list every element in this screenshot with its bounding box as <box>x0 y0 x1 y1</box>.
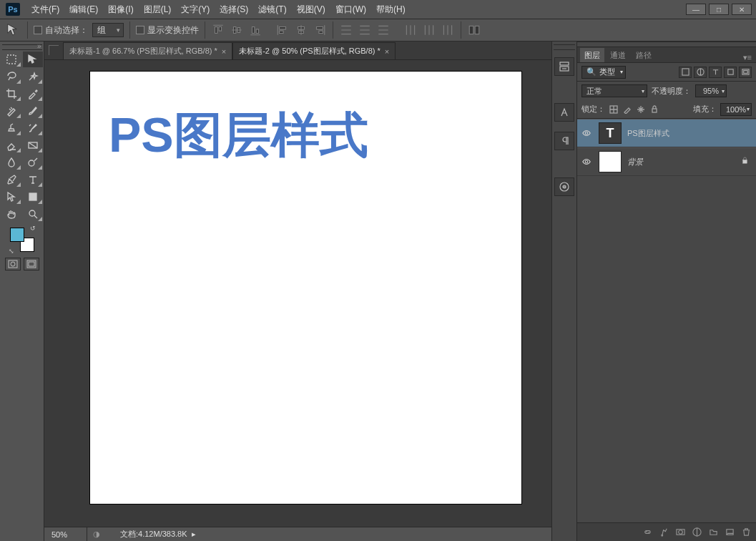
gradient-tool[interactable] <box>23 137 43 153</box>
menu-filter[interactable]: 滤镜(T) <box>254 1 290 19</box>
menu-view[interactable]: 视图(V) <box>293 1 330 19</box>
fill-field[interactable]: 100% <box>720 103 752 116</box>
strip-grip[interactable] <box>554 44 575 50</box>
character-panel-icon[interactable] <box>554 103 574 122</box>
tab-paths[interactable]: 路径 <box>632 48 656 62</box>
layer-name[interactable]: 背景 <box>627 157 643 167</box>
svg-point-27 <box>678 530 682 535</box>
document-tab-2[interactable]: 未标题-2 @ 50% (PS图层样式, RGB/8) * × <box>232 42 396 59</box>
layer-background[interactable]: 背景 <box>577 147 756 176</box>
lock-transparent-icon[interactable] <box>609 104 619 114</box>
blur-tool[interactable] <box>1 155 21 170</box>
paragraph-panel-icon[interactable] <box>554 132 574 150</box>
foreground-color-swatch[interactable] <box>10 228 24 242</box>
healing-brush-tool[interactable] <box>1 103 21 119</box>
layer-mask-icon[interactable] <box>673 526 687 539</box>
history-panel-icon[interactable] <box>554 57 574 76</box>
panel-grip[interactable] <box>577 42 756 47</box>
dodge-tool[interactable] <box>23 155 43 170</box>
crop-tool[interactable] <box>1 86 21 102</box>
link-layers-icon[interactable] <box>640 526 654 539</box>
auto-select-check[interactable]: 自动选择： <box>34 24 88 36</box>
menu-window[interactable]: 窗口(W) <box>331 1 370 19</box>
group-icon[interactable] <box>706 526 720 539</box>
auto-select-target-dropdown[interactable]: 组 <box>92 23 124 37</box>
type-tool[interactable] <box>23 172 43 187</box>
hand-tool[interactable] <box>1 206 21 222</box>
menu-edit[interactable]: 编辑(E) <box>65 1 102 19</box>
filter-shape-icon[interactable] <box>724 67 737 78</box>
eraser-tool[interactable] <box>1 137 21 153</box>
filter-smart-icon[interactable] <box>739 67 752 78</box>
canvas[interactable]: PS图层样式 <box>90 72 521 504</box>
status-gear-icon[interactable]: ◑ <box>87 530 106 539</box>
filter-kind-dropdown[interactable]: 🔍类型 <box>581 66 626 79</box>
doc-info-arrow-icon[interactable]: ▸ <box>192 530 196 539</box>
tab-close-icon[interactable]: × <box>385 47 389 56</box>
delete-layer-icon[interactable] <box>739 526 753 539</box>
brush-tool[interactable] <box>23 103 43 119</box>
filter-type-icon[interactable] <box>709 67 722 78</box>
tab-layers[interactable]: 图层 <box>580 48 604 62</box>
panel-menu-icon[interactable]: ▾≡ <box>739 53 756 62</box>
menu-select[interactable]: 选择(S) <box>215 1 252 19</box>
separator <box>461 21 461 39</box>
magic-wand-tool[interactable] <box>23 69 43 84</box>
zoom-tool[interactable] <box>23 206 43 222</box>
minimize-button[interactable]: — <box>686 4 706 15</box>
opacity-field[interactable]: 95% <box>695 84 727 97</box>
toolbox-grip[interactable] <box>2 44 42 50</box>
quickmask-button[interactable] <box>5 258 21 270</box>
filter-pixel-icon[interactable] <box>679 67 692 78</box>
canvas-viewport[interactable]: PS图层样式 <box>44 60 551 527</box>
lock-pixels-icon[interactable] <box>622 104 632 114</box>
blend-mode-dropdown[interactable]: 正常 <box>581 84 647 97</box>
tab-close-icon[interactable]: × <box>222 47 226 56</box>
move-tool[interactable] <box>23 52 43 67</box>
layer-list[interactable]: T PS图层样式 背景 <box>577 119 756 522</box>
menu-help[interactable]: 帮助(H) <box>372 1 410 19</box>
tab-channels[interactable]: 通道 <box>606 48 630 62</box>
doc-info-label[interactable]: 文档:4.12M/383.8K <box>106 529 187 540</box>
menu-layer[interactable]: 图层(L) <box>139 1 176 19</box>
eyedropper-tool[interactable] <box>23 86 43 102</box>
menu-image[interactable]: 图像(I) <box>104 1 137 19</box>
distribute-bottom-icon <box>376 23 391 37</box>
zoom-field[interactable]: 50% <box>44 527 87 541</box>
lock-position-icon[interactable] <box>636 104 646 114</box>
close-button[interactable]: ✕ <box>732 4 752 15</box>
layer-text[interactable]: T PS图层样式 <box>577 119 756 147</box>
document-tab-1[interactable]: 未标题-1 @ 66.7% (PS图层样式, RGB/8) * × <box>63 42 232 59</box>
lock-all-icon[interactable] <box>649 104 659 114</box>
default-colors-icon[interactable]: ↺ <box>30 225 36 232</box>
visibility-toggle[interactable] <box>580 157 593 167</box>
path-select-tool[interactable] <box>1 189 21 205</box>
layer-name[interactable]: PS图层样式 <box>627 128 669 139</box>
blend-mode-label: 正常 <box>586 86 602 97</box>
screenmode-button[interactable] <box>24 258 39 270</box>
show-transform-check[interactable]: 显示变换控件 <box>136 24 199 36</box>
color-panel-icon[interactable] <box>554 177 574 196</box>
rect-marquee-tool[interactable] <box>1 52 21 67</box>
new-layer-icon[interactable] <box>722 526 737 539</box>
layer-style-icon[interactable] <box>657 526 671 539</box>
color-swatches[interactable]: ↺ ⤡ <box>10 228 34 252</box>
menu-file[interactable]: 文件(F) <box>27 1 64 19</box>
lasso-tool[interactable] <box>1 69 21 84</box>
checkbox-icon[interactable] <box>34 26 42 34</box>
pen-tool[interactable] <box>1 172 21 187</box>
lock-label: 锁定： <box>581 104 605 114</box>
layer-thumb-text-icon[interactable]: T <box>599 122 622 144</box>
adjustment-layer-icon[interactable] <box>689 526 704 539</box>
history-brush-tool[interactable] <box>23 120 43 136</box>
layer-thumb[interactable] <box>599 151 622 172</box>
checkbox-icon[interactable] <box>136 26 144 34</box>
swap-colors-icon[interactable]: ⤡ <box>9 248 14 255</box>
document-home-icon[interactable] <box>49 45 59 55</box>
clone-stamp-tool[interactable] <box>1 120 21 136</box>
shape-tool[interactable] <box>23 189 43 205</box>
menu-type[interactable]: 文字(Y) <box>177 1 214 19</box>
visibility-toggle[interactable] <box>580 128 593 138</box>
maximize-button[interactable]: □ <box>709 4 729 15</box>
filter-adjust-icon[interactable] <box>694 67 707 78</box>
